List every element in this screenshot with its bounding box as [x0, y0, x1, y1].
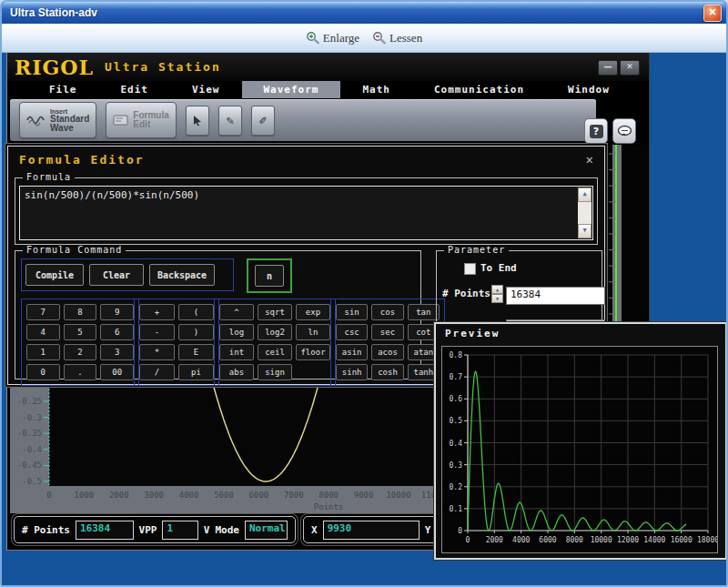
status-points-field[interactable]: 16384	[76, 521, 134, 540]
key-acos[interactable]: acos	[371, 344, 403, 360]
key-^[interactable]: ^	[219, 304, 254, 320]
key-6[interactable]: 6	[100, 324, 134, 340]
svg-text:7000: 7000	[284, 491, 304, 500]
help-button[interactable]: ?	[584, 118, 608, 144]
enlarge-button[interactable]: Enlarge	[306, 31, 359, 46]
marker-tool-button[interactable]: ✐	[251, 106, 275, 136]
scroll-up-icon[interactable]: ▲	[578, 187, 592, 202]
backspace-button[interactable]: Backspace	[149, 264, 215, 286]
key-ln[interactable]: ln	[296, 324, 330, 340]
key-2[interactable]: 2	[64, 344, 97, 360]
insert-standard-wave-button[interactable]: Insert Standard Wave	[19, 102, 96, 138]
zoom-toolbar: Enlarge Lessen	[2, 24, 726, 53]
to-end-label: To End	[480, 262, 517, 274]
menu-item-window[interactable]: Window	[546, 81, 632, 98]
formula-scrollbar[interactable]: ▲ ▼	[578, 187, 592, 238]
compile-button[interactable]: Compile	[25, 264, 84, 286]
variable-n-group: n	[247, 258, 292, 293]
key-9[interactable]: 9	[100, 304, 134, 320]
cursor-tool-button[interactable]	[186, 106, 209, 136]
svg-text:8000: 8000	[318, 491, 339, 500]
key-)[interactable]: )	[178, 324, 214, 340]
key-log2[interactable]: log2	[258, 324, 292, 340]
menu-item-waveform[interactable]: Waveform	[242, 81, 341, 98]
toolbar-zone: Insert Standard Wave Formula Edit	[7, 98, 649, 145]
variable-n-button[interactable]: n	[255, 265, 284, 287]
cursor-arrow-icon	[192, 115, 203, 127]
insert-wave-label-3: Wave	[50, 124, 89, 133]
svg-text:1000: 1000	[75, 491, 95, 500]
key-E[interactable]: E	[178, 344, 214, 360]
key-sec[interactable]: sec	[371, 324, 403, 340]
svg-text:-0.4: -0.4	[22, 445, 42, 454]
key-sinh[interactable]: sinh	[336, 364, 368, 380]
key-4[interactable]: 4	[26, 324, 60, 340]
menu-item-math[interactable]: Math	[340, 81, 412, 98]
svg-text:4000: 4000	[179, 491, 199, 500]
to-end-checkbox[interactable]	[464, 263, 476, 275]
points-spinner[interactable]: ▲ ▼	[491, 285, 503, 303]
key-floor[interactable]: floor	[296, 344, 330, 360]
key-00[interactable]: 00	[100, 364, 134, 380]
menu-item-edit[interactable]: Edit	[99, 81, 171, 98]
spinner-down-icon[interactable]: ▼	[491, 294, 503, 303]
app-titlebar[interactable]: RIGOL Ultra Station — ✕	[7, 53, 649, 81]
menu-item-view[interactable]: View	[170, 81, 242, 98]
key-([interactable]: (	[178, 304, 214, 320]
points-input[interactable]: 16384	[506, 287, 605, 305]
feedback-button[interactable]	[612, 118, 636, 144]
formula-group-label: Formula	[23, 172, 75, 182]
key-sqrt[interactable]: sqrt	[258, 304, 292, 320]
preview-window: Preview 00.10.20.30.40.50.60.70.80200040…	[434, 322, 727, 560]
svg-text:-0.25: -0.25	[17, 397, 42, 406]
pen-tool-button[interactable]: ✎	[218, 106, 242, 136]
key-.[interactable]: .	[64, 364, 97, 380]
key-1[interactable]: 1	[26, 344, 60, 360]
key-ceil[interactable]: ceil	[258, 344, 292, 360]
key-pi[interactable]: pi	[178, 364, 214, 380]
key-log[interactable]: log	[219, 324, 254, 340]
key-/[interactable]: /	[139, 364, 175, 380]
lessen-label: Lessen	[389, 31, 422, 46]
svg-text:-0.45: -0.45	[17, 460, 42, 470]
key-3[interactable]: 3	[100, 344, 134, 360]
key-+[interactable]: +	[139, 304, 175, 320]
scroll-down-icon[interactable]: ▼	[578, 224, 592, 238]
key-asin[interactable]: asin	[336, 344, 368, 360]
status-vpp-field[interactable]: 1	[162, 521, 197, 540]
svg-text:0.6: 0.6	[450, 395, 463, 403]
marker-pen-icon: ✐	[259, 113, 267, 127]
key-sin[interactable]: sin	[336, 304, 368, 320]
key-exp[interactable]: exp	[296, 304, 330, 320]
formula-edit-button[interactable]: Formula Edit	[106, 102, 176, 138]
menu-item-communication[interactable]: Communication	[412, 81, 546, 98]
lessen-button[interactable]: Lessen	[372, 31, 422, 46]
key-0[interactable]: 0	[26, 364, 60, 380]
key--[interactable]: -	[139, 324, 175, 340]
status-mode-field[interactable]: Normal	[245, 521, 288, 540]
clear-button[interactable]: Clear	[89, 264, 144, 286]
formula-editor-close-button[interactable]: ✕	[586, 152, 593, 167]
key-5[interactable]: 5	[64, 324, 97, 340]
key-sign[interactable]: sign	[258, 364, 292, 380]
parameter-group-label: Parameter	[444, 245, 509, 255]
key-abs[interactable]: abs	[219, 364, 254, 380]
key-tan[interactable]: tan	[408, 304, 440, 320]
key-7[interactable]: 7	[26, 304, 60, 320]
svg-text:2000: 2000	[486, 536, 503, 544]
formula-input[interactable]: sin(n/500)/(n/500)*sin(n/500) ▲ ▼	[19, 186, 593, 240]
key-8[interactable]: 8	[64, 304, 97, 320]
key-csc[interactable]: csc	[336, 324, 368, 340]
key-int[interactable]: int	[219, 344, 254, 360]
app-close-button[interactable]: ✕	[620, 60, 640, 76]
key-cos[interactable]: cos	[371, 304, 403, 320]
status-x-field[interactable]: 9930	[323, 521, 420, 540]
outer-close-button[interactable]: ✕	[703, 5, 722, 22]
svg-text:9000: 9000	[354, 491, 374, 500]
app-minimize-button[interactable]: —	[598, 60, 618, 76]
key-cosh[interactable]: cosh	[371, 364, 403, 380]
spinner-up-icon[interactable]: ▲	[491, 285, 503, 294]
menu-item-file[interactable]: File	[27, 81, 99, 98]
key-*[interactable]: *	[139, 344, 175, 360]
outer-titlebar[interactable]: Ultra Station-adv ✕	[2, 2, 726, 24]
